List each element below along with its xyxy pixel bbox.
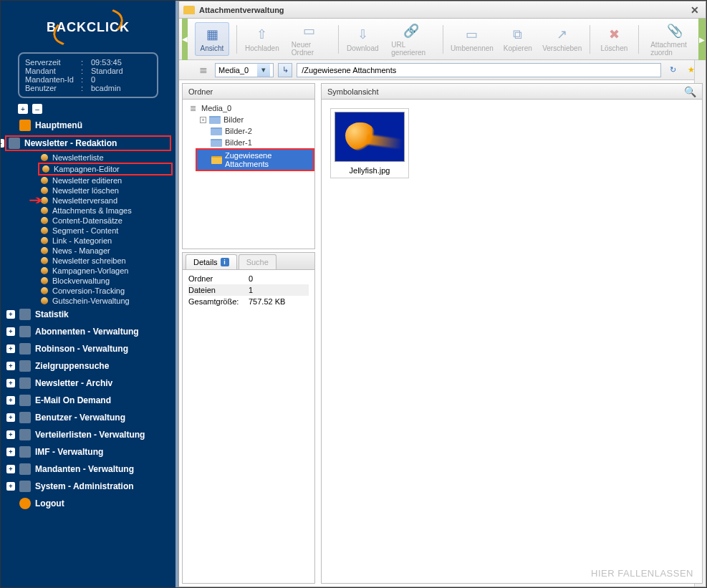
detail-grid: Ordner0 Dateien1 Gesamtgröße:757.52 KB xyxy=(183,270,314,310)
expand-icon[interactable]: + xyxy=(6,482,15,491)
folder-icon xyxy=(19,446,31,458)
collapse-icon[interactable]: – xyxy=(0,139,4,148)
menu-zielgruppensuche[interactable]: +Zielgruppensuche xyxy=(1,357,175,375)
window-titlebar: Attachmentverwaltung ✕ xyxy=(179,1,706,19)
menu-newsletter-redaktion[interactable]: –Newsletter - Redaktion xyxy=(5,135,171,151)
media-select[interactable]: Media_0▾ xyxy=(215,63,274,77)
menu-verteilerlisten[interactable]: +Verteilerlisten - Verwaltung xyxy=(1,426,175,443)
menu-imf-verwaltung[interactable]: +IMF - Verwaltung xyxy=(1,443,175,461)
sub-newsletterversand[interactable]: Newsletterversand xyxy=(41,196,175,206)
toolbar-separator xyxy=(590,25,590,54)
tree-zugewiesene[interactable]: Zugewiesene Attachments xyxy=(196,148,314,171)
sub-newsletterliste[interactable]: Newsletterliste xyxy=(41,153,175,163)
toolbar-neuer-ordner[interactable]: ▭Neuer Ordner xyxy=(287,19,331,59)
menu-robinson[interactable]: +Robinson - Verwaltung xyxy=(1,340,175,357)
ordner-value: 0 xyxy=(249,274,253,283)
sub-segment-content[interactable]: Segment - Content xyxy=(41,226,175,236)
expand-icon[interactable]: + xyxy=(6,430,15,439)
tree-bilder2[interactable]: Bilder-2 xyxy=(196,125,314,137)
bullet-icon xyxy=(41,267,48,274)
home-icon xyxy=(19,120,31,131)
delete-icon: ✖ xyxy=(605,26,623,43)
folder-icon xyxy=(19,326,31,337)
bullet-icon xyxy=(41,287,48,294)
path-input[interactable]: /Zugewiesene Attachments xyxy=(297,63,661,77)
menu-newsletter-archiv[interactable]: +Newsletter - Archiv xyxy=(1,375,175,392)
ordner-label: Ordner xyxy=(188,274,249,283)
sub-newsletter-schreiben[interactable]: Newsletter schreiben xyxy=(41,256,175,266)
drop-hint: HIER FALLENLASSEN xyxy=(591,568,693,579)
expand-icon[interactable]: + xyxy=(6,327,15,336)
tree-root[interactable]: ≣Media_0 xyxy=(183,102,314,114)
menu-abonnenten[interactable]: +Abonnenten - Verwaltung xyxy=(1,323,175,340)
toolbar-loeschen[interactable]: ✖Löschen xyxy=(597,23,631,55)
tab-suche[interactable]: Suche xyxy=(239,254,276,269)
expand-icon[interactable]: + xyxy=(6,465,15,473)
sub-conversion-tracking[interactable]: Conversion-Tracking xyxy=(41,286,175,296)
view-icon: ▦ xyxy=(203,26,221,43)
sub-attachments-images[interactable]: Attachments & Images xyxy=(41,206,175,216)
expand-icon[interactable]: + xyxy=(6,310,15,319)
link-icon: 🔗 xyxy=(402,22,420,39)
expand-icon[interactable]: + xyxy=(6,379,15,387)
toolbar-scroll-right[interactable]: ▶ xyxy=(698,19,706,60)
menu-benutzer-verwaltung[interactable]: +Benutzer - Verwaltung xyxy=(1,409,175,426)
bullet-icon xyxy=(41,177,48,184)
mandant-id-label: Mandanten-Id xyxy=(25,75,81,84)
toolbar-ansicht[interactable]: ▦Ansicht xyxy=(195,22,229,56)
sub-newsletter-editieren[interactable]: Newsletter editieren xyxy=(41,175,175,185)
sub-blockverwaltung[interactable]: Blockverwaltung xyxy=(41,276,175,286)
download-icon: ⇩ xyxy=(353,26,372,43)
zoom-icon[interactable]: 🔍 xyxy=(684,86,696,97)
toolbar-verschieben[interactable]: ↗Verschieben xyxy=(542,23,582,55)
sub-kampagnen-vorlagen[interactable]: Kampagnen-Vorlagen xyxy=(41,266,175,276)
menu-mandanten-verwaltung[interactable]: +Mandanten - Verwaltung xyxy=(1,461,175,478)
toolbar-umbenennen[interactable]: ▭Umbenennen xyxy=(451,23,494,55)
toolbar-kopieren[interactable]: ⧉Kopieren xyxy=(501,23,535,55)
bullet-icon xyxy=(41,217,48,224)
expand-icon[interactable]: + xyxy=(6,362,15,370)
groesse-label: Gesamtgröße: xyxy=(188,297,249,306)
sub-link-kategorien[interactable]: Link - Kategorien xyxy=(41,236,175,246)
bullet-icon xyxy=(42,165,49,173)
menu-logout[interactable]: Logout xyxy=(1,495,175,512)
toolbar-hochladen[interactable]: ⇧Hochladen xyxy=(244,23,280,55)
toolbar-url[interactable]: 🔗URL generieren xyxy=(387,19,436,59)
file-thumbnail[interactable]: Jellyfish.jpg xyxy=(330,108,409,178)
expand-icon[interactable]: + xyxy=(6,413,15,422)
attach-icon: 📎 xyxy=(665,22,684,39)
collapse-all-button[interactable]: – xyxy=(32,104,42,114)
main-menu: Hauptmenü –Newsletter - Redaktion Newsle… xyxy=(1,117,175,512)
menu-hauptmenue[interactable]: Hauptmenü xyxy=(1,117,175,134)
go-button[interactable]: ↳ xyxy=(278,63,292,77)
tree-bilder1[interactable]: Bilder-1 xyxy=(196,137,314,148)
menu-statistik[interactable]: +Statistik xyxy=(1,306,175,323)
dateien-value: 1 xyxy=(249,286,253,294)
red-arrow-icon: ➔ xyxy=(29,193,43,208)
sub-news-manager[interactable]: News - Manager xyxy=(41,246,175,256)
menu-system-administration[interactable]: +System - Administration xyxy=(1,478,175,495)
expand-icon[interactable]: + xyxy=(200,117,206,123)
thumbnail-area[interactable]: Jellyfish.jpg HIER FALLENLASSEN xyxy=(322,100,702,583)
expand-icon[interactable]: + xyxy=(6,344,15,353)
main-panel: Attachmentverwaltung ✕ ◀ ▦Ansicht ⇧Hochl… xyxy=(178,1,706,587)
bullet-icon xyxy=(41,154,48,161)
sub-gutschein-verwaltung[interactable]: Gutschein-Verwaltung xyxy=(41,296,175,306)
sub-content-datensaetze[interactable]: Content-Datensätze xyxy=(41,216,175,226)
expand-icon[interactable]: + xyxy=(6,448,15,456)
toolbar-download[interactable]: ⇩Download xyxy=(345,23,380,55)
expand-icon[interactable]: + xyxy=(6,396,15,405)
toolbar-scroll-left[interactable]: ◀ xyxy=(182,19,188,60)
sub-newsletter-loeschen[interactable]: Newsletter löschen xyxy=(41,185,175,196)
tree-bilder[interactable]: +Bilder xyxy=(196,114,314,125)
toolbar-attachment-zuordnen[interactable]: 📎Attachment zuordn xyxy=(646,19,703,59)
close-button[interactable]: ✕ xyxy=(688,4,701,16)
tab-details[interactable]: Detailsi xyxy=(186,254,237,269)
folder-icon xyxy=(19,309,31,320)
sub-kampagnen-editor[interactable]: Kampagnen-Editor xyxy=(38,163,173,175)
menu-email-on-demand[interactable]: +E-Mail On Demand xyxy=(1,392,175,409)
sidebar: BACKCLICK Serverzeit:09:53:45 Mandant:St… xyxy=(1,1,175,588)
folder-icon xyxy=(183,6,195,14)
refresh-button[interactable]: ↻ xyxy=(665,63,680,77)
expand-all-button[interactable]: + xyxy=(18,104,28,114)
